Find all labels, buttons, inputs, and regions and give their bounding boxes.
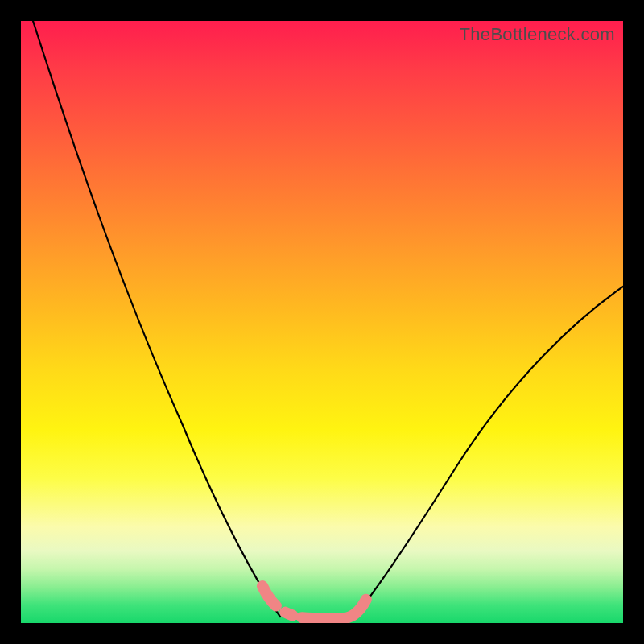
plot-area: TheBottleneck.com (21, 21, 623, 623)
left-curve-path (33, 21, 280, 617)
right-curve-path (354, 287, 623, 617)
curve-svg (21, 21, 623, 623)
chart-frame: TheBottleneck.com (0, 0, 644, 644)
